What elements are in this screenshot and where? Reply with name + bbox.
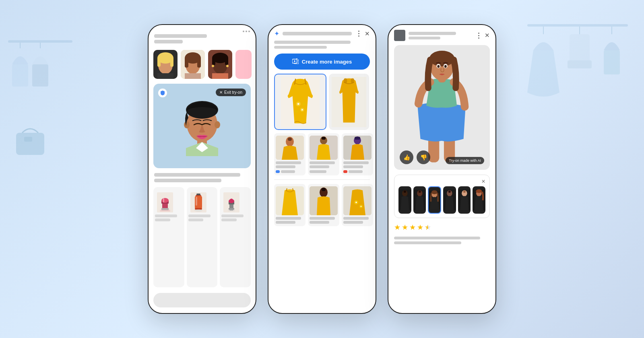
svg-rect-29 [212, 57, 215, 65]
product-item-1[interactable] [274, 133, 305, 175]
model-selector-close-icon[interactable]: ✕ [481, 179, 485, 184]
svg-rect-18 [170, 57, 173, 67]
create-more-images-button[interactable]: Create more images [274, 54, 370, 70]
phone3-dots-icon[interactable] [475, 32, 482, 39]
model-option-4[interactable] [443, 186, 456, 214]
svg-rect-17 [157, 57, 161, 67]
phone3-desc1 [394, 237, 480, 239]
svg-rect-7 [527, 24, 628, 27]
product-list-row-2 [268, 182, 376, 229]
product-item-3[interactable] [342, 133, 373, 175]
phone2-dots-icon[interactable] [355, 30, 362, 37]
svg-point-37 [215, 121, 220, 128]
avatar-dark[interactable] [208, 50, 232, 79]
product-text-4 [276, 217, 304, 224]
svg-rect-24 [197, 57, 201, 68]
product-thumb-5 [310, 186, 338, 215]
dress-card-selected[interactable] [274, 74, 326, 130]
reaction-buttons: 👍 👎 [400, 150, 430, 164]
like-button[interactable]: 👍 [400, 150, 413, 164]
phone1-line1 [154, 173, 240, 177]
svg-point-56 [229, 199, 234, 203]
phone2-header-icons: ✕ [355, 30, 370, 37]
phone2-title-bar [283, 32, 352, 35]
exit-tryon-badge[interactable]: ✕ Exit try-on [216, 89, 246, 96]
model-option-5[interactable] [458, 186, 471, 214]
product-thumb-2 [310, 136, 338, 160]
star-3: ★ [409, 223, 416, 232]
phone1-header [149, 25, 256, 47]
product-text-5 [310, 217, 338, 224]
svg-rect-6 [24, 137, 32, 142]
model-option-3-selected[interactable] [428, 186, 441, 214]
svg-rect-30 [225, 57, 228, 65]
svg-point-89 [361, 206, 362, 207]
svg-rect-13 [604, 50, 620, 74]
dislike-button[interactable]: 👎 [417, 150, 430, 164]
phone1-title-text [154, 34, 207, 38]
phone-beauty-tryon: ✕ Exit try-on [148, 24, 256, 314]
avatar-placeholder[interactable] [235, 50, 252, 79]
product-item-4[interactable] [274, 184, 305, 226]
product-list-row-1 [268, 133, 376, 178]
avatar-blonde[interactable] [153, 50, 178, 79]
svg-rect-5 [16, 133, 44, 155]
phone1-dots-icon[interactable] [243, 31, 250, 32]
create-more-images-label: Create more images [302, 59, 352, 65]
avatar-row [149, 47, 256, 82]
phone1-title-bar [154, 31, 250, 32]
svg-rect-4 [32, 64, 48, 87]
svg-point-58 [228, 209, 235, 212]
phone1-text-lines [149, 170, 256, 184]
model-option-6[interactable] [473, 186, 485, 214]
lipcolor-text [221, 214, 249, 221]
svg-rect-2 [12, 64, 28, 87]
phones-container: ✕ Exit try-on [148, 24, 496, 314]
avatar-brunette[interactable] [181, 50, 205, 79]
makeup-products-row [149, 184, 256, 291]
model-option-2[interactable] [413, 186, 426, 214]
model-tryon-area: 👍 👎 Try-on made with AI [394, 45, 490, 170]
yellow-dress-floral [280, 77, 320, 127]
phone3-close-icon[interactable]: ✕ [485, 32, 490, 39]
section-divider [268, 178, 376, 182]
product-serum[interactable] [187, 187, 218, 287]
svg-rect-23 [185, 57, 188, 68]
product-item-6[interactable] [342, 184, 373, 226]
svg-rect-43 [163, 198, 164, 202]
product-lipstick[interactable] [153, 187, 184, 287]
svg-point-99 [444, 65, 447, 68]
product-item-2[interactable] [308, 133, 339, 175]
svg-rect-45 [160, 210, 170, 212]
phone3-header: ✕ [388, 25, 495, 43]
model-option-1[interactable] [398, 186, 411, 214]
phone2-header: ✦ ✕ [268, 25, 376, 40]
svg-rect-105 [418, 191, 421, 193]
svg-point-32 [226, 65, 229, 67]
phone-tryon-result: ✕ [388, 24, 496, 314]
star-half: ★ ★ [425, 223, 431, 232]
phone3-desc2 [394, 241, 461, 244]
model-illustration [399, 48, 485, 167]
stars-rating: ★ ★ ★ ★ ★ ★ [388, 220, 495, 233]
serum-text [188, 214, 216, 221]
bg-rail-right-icon [519, 12, 640, 213]
create-images-icon [292, 58, 299, 65]
svg-point-65 [297, 103, 299, 105]
svg-point-36 [184, 121, 190, 128]
yellow-tank-dress [331, 77, 367, 127]
sparkle-icon: ✦ [274, 30, 279, 37]
models-row [398, 186, 485, 214]
lipstick-image [155, 190, 183, 212]
svg-point-66 [301, 109, 303, 110]
phone2-close-icon[interactable]: ✕ [365, 31, 370, 37]
face-illustration [178, 96, 226, 156]
phone-shopping: ✦ ✕ [268, 24, 376, 314]
dress-card-small[interactable] [329, 74, 369, 130]
product-lipcolor[interactable] [220, 187, 251, 287]
phone1-bottom-button[interactable] [153, 293, 251, 307]
product-thumb-4 [276, 186, 304, 215]
phone2-sub-header [268, 40, 376, 52]
face-tryeon-area: ✕ Exit try-on [153, 84, 251, 168]
product-item-5[interactable] [308, 184, 339, 226]
